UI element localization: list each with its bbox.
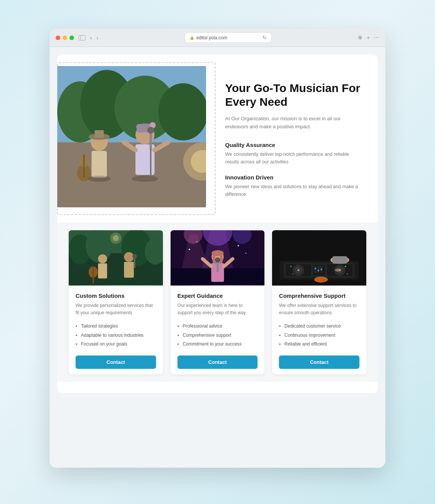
svg-point-87 (290, 266, 292, 267)
svg-point-20 (147, 127, 154, 134)
menu-icon[interactable]: ⋯ (374, 34, 379, 41)
svg-point-89 (345, 266, 346, 267)
svg-point-64 (229, 240, 229, 241)
traffic-light-red[interactable] (56, 36, 60, 40)
svg-rect-13 (83, 155, 85, 178)
card-desc-3: We offer extensive support services to e… (279, 302, 359, 317)
svg-point-27 (132, 176, 158, 182)
browser-actions: ⊕ ＋ ⋯ (358, 34, 379, 41)
svg-point-40 (132, 254, 137, 258)
card-desc-1: We provide personalized services that fi… (76, 302, 156, 317)
card-title-3: Comprehensive Support (279, 292, 359, 299)
svg-rect-37 (92, 267, 94, 283)
feature-quality: Quality Assurance We consistently delive… (225, 142, 362, 166)
reload-icon[interactable]: ↻ (263, 35, 267, 40)
svg-rect-21 (150, 149, 151, 176)
svg-rect-80 (315, 268, 316, 270)
svg-point-5 (158, 83, 206, 141)
svg-rect-19 (150, 131, 152, 150)
card-list-1: Tailored strategies Adaptable to various… (76, 322, 156, 349)
contact-button-2[interactable]: Contact (177, 355, 258, 369)
svg-point-43 (113, 235, 119, 241)
svg-point-86 (314, 276, 328, 283)
svg-point-90 (347, 273, 348, 275)
traffic-light-green[interactable] (69, 36, 74, 40)
forward-arrow-icon[interactable]: › (97, 35, 98, 41)
svg-rect-41 (134, 258, 135, 268)
card-body-2: Expert Guidance Our experienced team is … (171, 286, 265, 374)
svg-point-60 (188, 249, 190, 250)
sidebar-toggle-icon[interactable] (79, 35, 85, 40)
svg-rect-35 (98, 263, 107, 278)
svg-point-63 (245, 253, 246, 254)
card-body-1: Custom Solutions We provide personalized… (69, 286, 163, 374)
cards-grid: Custom Solutions We provide personalized… (69, 230, 366, 374)
svg-point-85 (335, 269, 341, 272)
page-content: Your Go-To Musician For Every Need At Ou… (57, 55, 378, 393)
cards-section: Custom Solutions We provide personalized… (57, 223, 378, 382)
list-item: Professional advice (177, 322, 258, 331)
card-list-3: Dedicated customer service Continuous im… (279, 322, 359, 349)
back-arrow-icon[interactable]: ‹ (90, 35, 92, 41)
svg-point-38 (124, 252, 134, 262)
card-expert-guidance: Expert Guidance Our experienced team is … (171, 230, 265, 374)
hero-title: Your Go-To Musician For Every Need (225, 81, 362, 109)
new-tab-icon[interactable]: ＋ (366, 34, 371, 41)
traffic-lights (56, 36, 74, 40)
svg-rect-77 (314, 266, 317, 273)
contact-button-1[interactable]: Contact (76, 355, 156, 369)
card-image-2 (171, 230, 265, 286)
svg-rect-82 (321, 269, 322, 270)
feature-innovation: Innovation Driven We pioneer new ideas a… (225, 174, 362, 198)
hero-image-container (57, 66, 210, 207)
svg-point-54 (220, 254, 223, 263)
list-item: Comprehensive support (177, 331, 258, 340)
card-title-1: Custom Solutions (76, 292, 156, 299)
feature-innovation-desc: We pioneer new ideas and solutions to st… (225, 183, 362, 198)
list-item: Commitment to your success (177, 340, 258, 349)
card-desc-2: Our experienced team is here to support … (177, 302, 258, 317)
list-item: Focused on your goals (76, 340, 156, 349)
svg-point-59 (215, 257, 220, 263)
card-body-3: Comprehensive Support We offer extensive… (272, 286, 366, 374)
list-item: Continuous improvement (279, 331, 359, 340)
browser-window: ‹ › 🔒 editor.yola.com ↻ ⊕ ＋ ⋯ (50, 29, 385, 468)
feature-quality-title: Quality Assurance (225, 142, 362, 148)
list-item: Tailored strategies (76, 322, 156, 331)
svg-rect-78 (317, 266, 320, 273)
hero-section: Your Go-To Musician For Every Need At Ou… (57, 55, 378, 223)
svg-rect-81 (318, 270, 319, 271)
hero-text: Your Go-To Musician For Every Need At Ou… (225, 70, 362, 207)
card-image-1 (69, 230, 163, 286)
hero-image (57, 66, 206, 207)
list-item: Adaptable to various industries (76, 331, 156, 340)
svg-point-61 (196, 241, 197, 242)
svg-rect-10 (92, 151, 107, 178)
browser-chrome: ‹ › 🔒 editor.yola.com ↻ ⊕ ＋ ⋯ (50, 29, 385, 47)
url-text: editor.yola.com (197, 35, 227, 40)
svg-point-53 (212, 254, 215, 263)
card-title-2: Expert Guidance (177, 292, 258, 299)
card-list-2: Professional advice Comprehensive suppor… (177, 322, 258, 349)
feature-quality-desc: We consistently deliver top-notch perfor… (225, 150, 362, 166)
svg-rect-39 (124, 262, 134, 278)
list-item: Reliable and efficient (279, 340, 359, 349)
card-comprehensive-support: Comprehensive Support We offer extensive… (272, 230, 366, 374)
contact-button-3[interactable]: Contact (279, 355, 359, 369)
svg-rect-84 (332, 256, 347, 264)
lock-icon: 🔒 (190, 36, 194, 40)
svg-point-26 (88, 176, 111, 182)
hero-description: At Our Organization, our mission is to e… (225, 115, 362, 131)
svg-rect-9 (95, 130, 104, 138)
extensions-icon[interactable]: ⊕ (358, 34, 362, 41)
list-item: Dedicated customer service (279, 322, 359, 331)
feature-innovation-title: Innovation Driven (225, 174, 362, 181)
card-custom-solutions: Custom Solutions We provide personalized… (69, 230, 163, 374)
svg-point-71 (297, 269, 300, 271)
svg-point-62 (237, 245, 239, 246)
svg-point-88 (292, 273, 293, 275)
traffic-light-yellow[interactable] (63, 36, 67, 40)
address-bar[interactable]: 🔒 editor.yola.com ↻ (185, 32, 272, 43)
svg-point-34 (98, 254, 107, 263)
card-image-3 (272, 230, 366, 286)
